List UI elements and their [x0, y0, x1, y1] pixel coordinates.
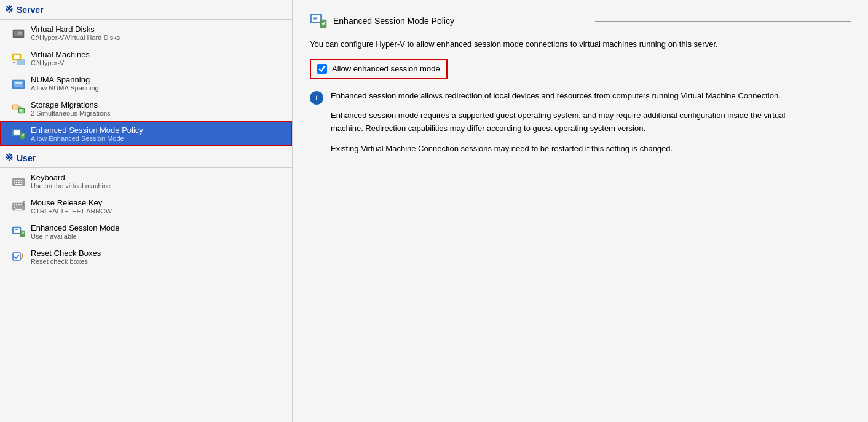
numa-item-text: NUMA Spanning Allow NUMA Spanning	[31, 75, 99, 92]
svg-rect-30	[18, 180, 20, 181]
svg-rect-41	[21, 204, 22, 205]
svg-rect-43	[15, 209, 22, 210]
reset-item-text: Reset Check Boxes Reset check boxes	[31, 249, 101, 265]
svg-rect-53	[313, 17, 318, 18]
svg-rect-36	[21, 182, 22, 183]
esm-policy-title: Enhanced Session Mode Policy	[31, 125, 143, 135]
reset-icon	[11, 250, 26, 265]
section-title-row: Enhanced Session Mode Policy	[310, 12, 851, 30]
info-paragraph-2: Enhanced session mode requires a support…	[331, 109, 802, 135]
svg-rect-23	[14, 130, 20, 135]
server-section-header: ※ Server	[0, 0, 292, 20]
keyboard-subtitle: Use on the virtual machine	[31, 182, 111, 189]
server-pin-icon: ※	[5, 4, 13, 15]
svg-rect-39	[16, 204, 17, 205]
svg-rect-24	[15, 132, 18, 132]
svg-rect-34	[15, 184, 22, 185]
svg-rect-50	[13, 253, 20, 260]
vhd-icon	[11, 26, 26, 41]
reset-title: Reset Check Boxes	[31, 249, 101, 258]
svg-rect-48	[15, 231, 17, 231]
vm-item-text: Virtual Machines C:\Hyper-V	[31, 50, 90, 66]
svg-rect-29	[16, 180, 17, 181]
panel-description: You can configure Hyper-V to allow enhan…	[310, 38, 777, 50]
keyboard-icon	[11, 174, 26, 189]
allow-enhanced-session-checkbox[interactable]	[317, 64, 327, 74]
info-text-content: Enhanced session mode allows redirection…	[331, 90, 802, 156]
svg-rect-28	[14, 180, 15, 181]
nav-item-enhanced-session-mode[interactable]: Enhanced Session Mode Use if available	[0, 218, 292, 244]
nav-item-mouse-release-key[interactable]: Mouse Release Key CTRL+ALT+LEFT ARROW	[0, 193, 292, 218]
svg-rect-18	[14, 106, 15, 108]
svg-rect-21	[20, 109, 22, 112]
mouse-subtitle: CTRL+ALT+LEFT ARROW	[31, 207, 112, 215]
info-box: i Enhanced session mode allows redirecti…	[310, 90, 802, 156]
vhd-item-text: Virtual Hard Disks C:\Hyper-V\Virtual Ha…	[31, 25, 120, 41]
svg-point-3	[15, 33, 17, 34]
svg-rect-32	[14, 182, 15, 183]
reset-subtitle: Reset check boxes	[31, 258, 101, 265]
svg-rect-33	[16, 182, 17, 183]
svg-rect-8	[14, 55, 20, 59]
svg-rect-14	[20, 82, 22, 84]
server-section-label: Server	[17, 5, 44, 15]
nav-item-reset-check-boxes[interactable]: Reset Check Boxes Reset check boxes	[0, 244, 292, 269]
esm-subtitle: Use if available	[31, 233, 120, 240]
svg-rect-46	[14, 228, 20, 233]
vm-title: Virtual Machines	[31, 50, 90, 59]
vhd-subtitle: C:\Hyper-V\Virtual Hard Disks	[31, 34, 120, 41]
left-panel: ※ Server Virtual Hard Disks C:\Hyper-V\V…	[0, 0, 293, 422]
mouse-title: Mouse Release Key	[31, 198, 112, 207]
esm-item-text: Enhanced Session Mode Use if available	[31, 223, 120, 240]
esm-policy-item-text: Enhanced Session Mode Policy Allow Enhan…	[31, 125, 143, 142]
svg-rect-31	[21, 180, 22, 181]
storage-item-text: Storage Migrations 2 Simultaneous Migrat…	[31, 100, 111, 117]
svg-rect-13	[15, 82, 17, 84]
svg-rect-40	[18, 204, 20, 205]
esm-policy-subtitle: Allow Enhanced Session Mode	[31, 135, 143, 142]
svg-rect-47	[15, 229, 18, 230]
svg-rect-5	[18, 33, 22, 34]
vm-icon	[11, 51, 26, 66]
title-divider	[595, 21, 851, 22]
storage-title: Storage Migrations	[31, 100, 111, 109]
right-panel: Enhanced Session Mode Policy You can con…	[293, 0, 868, 422]
svg-rect-15	[17, 82, 20, 84]
esm-title: Enhanced Session Mode	[31, 223, 120, 233]
svg-rect-9	[13, 62, 15, 63]
svg-rect-35	[18, 182, 20, 183]
svg-rect-38	[14, 204, 15, 205]
panel-title: Enhanced Session Mode Policy	[333, 16, 589, 26]
panel-title-icon	[310, 12, 327, 30]
storage-subtitle: 2 Simultaneous Migrations	[31, 109, 111, 117]
info-paragraph-1: Enhanced session mode allows redirection…	[331, 90, 802, 103]
nav-item-numa-spanning[interactable]: NUMA Spanning Allow NUMA Spanning	[0, 70, 292, 95]
nav-item-storage-migrations[interactable]: Storage Migrations 2 Simultaneous Migrat…	[0, 95, 292, 121]
vhd-title: Virtual Hard Disks	[31, 25, 120, 34]
svg-rect-54	[313, 18, 317, 20]
esm-policy-icon	[11, 127, 26, 141]
nav-item-enhanced-session-policy[interactable]: Enhanced Session Mode Policy Allow Enhan…	[0, 121, 292, 146]
svg-rect-4	[18, 32, 22, 33]
numa-title: NUMA Spanning	[31, 75, 99, 84]
user-section-label: User	[17, 153, 36, 163]
svg-rect-55	[320, 20, 326, 28]
esm-icon	[11, 225, 26, 239]
mouse-item-text: Mouse Release Key CTRL+ALT+LEFT ARROW	[31, 198, 112, 215]
nav-item-virtual-machines[interactable]: Virtual Machines C:\Hyper-V	[0, 45, 292, 70]
svg-rect-25	[15, 133, 17, 133]
nav-item-keyboard[interactable]: Keyboard Use on the virtual machine	[0, 168, 292, 193]
svg-point-44	[23, 201, 25, 203]
user-section-header: ※ User	[0, 148, 292, 168]
user-pin-icon: ※	[5, 152, 13, 164]
keyboard-title: Keyboard	[31, 173, 111, 182]
svg-rect-10	[17, 60, 25, 65]
svg-rect-42	[14, 207, 15, 208]
storage-icon	[11, 102, 26, 116]
checkbox-label[interactable]: Allow enhanced session mode	[332, 64, 440, 73]
info-paragraph-3: Existing Virtual Machine Connection sess…	[331, 143, 802, 156]
numa-subtitle: Allow NUMA Spanning	[31, 84, 99, 92]
nav-item-virtual-hard-disks[interactable]: Virtual Hard Disks C:\Hyper-V\Virtual Ha…	[0, 20, 292, 45]
allow-enhanced-session-checkbox-row[interactable]: Allow enhanced session mode	[310, 59, 448, 79]
numa-icon	[11, 76, 26, 91]
